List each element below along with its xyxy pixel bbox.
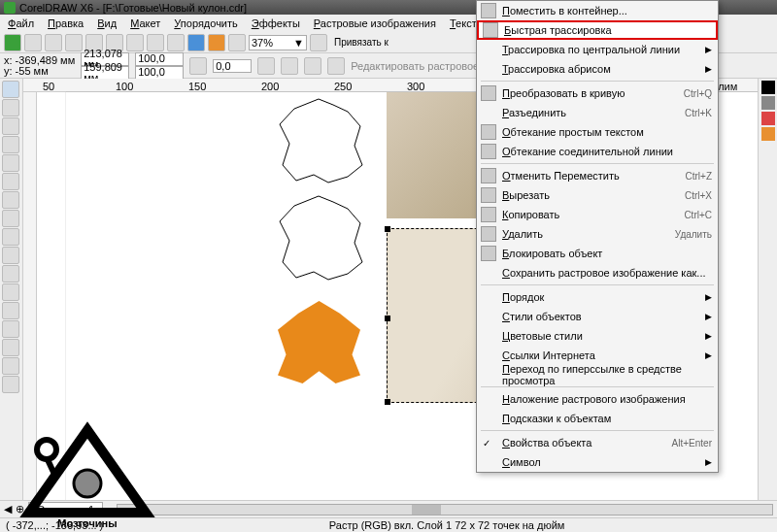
bitmap-icon[interactable] — [304, 57, 321, 75]
ctx-копировать[interactable]: КопироватьCtrl+C — [477, 205, 718, 224]
color-swatch[interactable] — [761, 96, 775, 110]
ctx-символ[interactable]: Символ▶ — [477, 452, 718, 472]
menu-Эффекты[interactable]: Эффекты — [246, 16, 306, 31]
menu-item-label: Цветовые стили — [502, 330, 583, 342]
rectangle-tool-icon[interactable] — [2, 191, 19, 209]
horizontal-scrollbar[interactable] — [117, 504, 773, 515]
ctx-вырезать[interactable]: ВырезатьCtrl+X — [477, 185, 718, 205]
print-icon[interactable] — [65, 34, 83, 51]
menu-item-label: Ссылки Интернета — [502, 349, 595, 361]
selection-handle[interactable] — [385, 226, 390, 232]
redo-icon[interactable] — [167, 34, 185, 51]
menu-item-label: Отменить Переместить — [502, 170, 620, 182]
dimension-tool-icon[interactable] — [2, 283, 19, 301]
ctx-переход-по-гиперссыл: Переход по гиперссылке в средстве просмо… — [477, 365, 718, 384]
shape-tool-icon[interactable] — [2, 99, 19, 116]
menu-Упорядочить[interactable]: Упорядочить — [168, 16, 243, 31]
connector-tool-icon[interactable] — [2, 302, 19, 319]
menu-Правка[interactable]: Правка — [42, 16, 89, 31]
ctx-цветовые-стили[interactable]: Цветовые стили▶ — [477, 326, 718, 346]
scrollbar-thumb[interactable] — [412, 505, 441, 515]
freehand-tool-icon[interactable] — [2, 154, 19, 172]
ctx-трассировка-абрисом[interactable]: Трассировка абрисом▶ — [477, 59, 718, 79]
save-icon[interactable] — [45, 34, 62, 51]
publish-icon[interactable] — [228, 34, 246, 51]
ctx-быстрая-трассировка[interactable]: Быстрая трассировка — [477, 20, 718, 40]
menu-item-label: Порядок — [502, 291, 544, 303]
menu-item-label: Сохранить растровое изображение как... — [502, 267, 706, 279]
menu-item-label: Символ — [502, 456, 541, 468]
menu-item-label: Удалить — [502, 228, 543, 240]
menu-item-label: Обтекание простым текстом — [502, 126, 644, 138]
eyedropper-tool-icon[interactable] — [2, 339, 19, 356]
snap-to-label[interactable]: Привязать к — [330, 37, 392, 48]
undo-icon[interactable] — [147, 34, 164, 51]
ctx-трассировка-по-центр[interactable]: Трассировка по центральной линии▶ — [477, 40, 718, 59]
lock-ratio-icon[interactable] — [189, 57, 207, 75]
color-swatch[interactable] — [761, 127, 775, 141]
traced-outline-1[interactable] — [275, 97, 367, 184]
full-screen-icon[interactable] — [310, 34, 327, 51]
effects-tool-icon[interactable] — [2, 320, 19, 338]
ctx-удалить[interactable]: УдалитьУдалить — [477, 224, 718, 244]
shortcut-label: Ctrl+C — [684, 210, 712, 220]
ctx-свойства-объекта[interactable]: ✓Свойства объектаAlt+Enter — [477, 433, 718, 452]
ctx-стили-объектов[interactable]: Стили объектов▶ — [477, 307, 718, 326]
mirror-h-icon[interactable] — [257, 57, 275, 75]
selection-handle[interactable] — [385, 316, 390, 321]
color-palette[interactable] — [758, 79, 777, 500]
ctx-ссылки-интернета[interactable]: Ссылки Интернета▶ — [477, 346, 718, 365]
zoom-tool-icon[interactable] — [2, 136, 19, 153]
menu-item-label: Вырезать — [502, 189, 550, 201]
table-tool-icon[interactable] — [2, 265, 19, 283]
open-icon[interactable] — [24, 34, 42, 51]
ctx-порядок[interactable]: Порядок▶ — [477, 287, 718, 307]
text-tool-icon[interactable] — [2, 247, 19, 264]
ctx-блокировать-объект[interactable]: Блокировать объект — [477, 244, 718, 263]
watermark-logo: Мозгочины — [0, 416, 175, 532]
menu-item-label: Преобразовать в кривую — [502, 87, 625, 99]
ctx-наложение-растрового[interactable]: Наложение растрового изображения — [477, 389, 718, 409]
menu-Файл[interactable]: Файл — [2, 16, 40, 31]
ruler-tick: 100 — [116, 81, 133, 92]
outline-tool-icon[interactable] — [2, 376, 19, 393]
ruler-tick: 200 — [261, 81, 279, 92]
rotation-input[interactable]: 0,0 — [213, 59, 252, 73]
size-readout: 213,078 мм 159,809 мм — [81, 52, 129, 80]
shortcut-label: Удалить — [675, 229, 712, 240]
edit-bitmap-button[interactable]: Редактировать растровое из — [351, 60, 492, 72]
color-swatch[interactable] — [761, 81, 775, 94]
trace-icon[interactable] — [327, 57, 345, 75]
selection-handle[interactable] — [385, 399, 390, 405]
ellipse-tool-icon[interactable] — [2, 210, 19, 227]
zoom-select[interactable]: 37%▼ — [249, 35, 307, 50]
menu-Растровые изображения[interactable]: Растровые изображения — [308, 16, 442, 31]
ctx-преобразовать-в-крив: Преобразовать в кривуюCtrl+Q — [477, 83, 718, 103]
check-icon: ✓ — [483, 438, 490, 449]
paste-icon[interactable] — [126, 34, 144, 51]
polygon-tool-icon[interactable] — [2, 228, 19, 246]
ctx-подсказки-к-объектам[interactable]: Подсказки к объектам — [477, 409, 718, 428]
menu-item-label: Свойства объекта — [502, 437, 591, 449]
ctx-обтекание-соединител[interactable]: Обтекание соединительной линии — [477, 142, 718, 161]
pick-tool-icon[interactable] — [2, 81, 19, 98]
ctx-отменить-переместить[interactable]: Отменить ПереместитьCtrl+Z — [477, 166, 718, 185]
color-swatch[interactable] — [761, 112, 775, 125]
menu-item-icon — [481, 226, 496, 242]
menu-item-icon — [481, 3, 496, 18]
ctx-сохранить-растровое-[interactable]: Сохранить растровое изображение как... — [477, 263, 718, 283]
menu-separator — [481, 284, 714, 285]
mirror-v-icon[interactable] — [281, 57, 298, 75]
menu-Макет[interactable]: Макет — [124, 16, 166, 31]
smart-fill-icon[interactable] — [2, 173, 19, 190]
new-icon[interactable] — [4, 34, 21, 51]
menu-item-label: Обтекание соединительной линии — [502, 146, 673, 157]
export-icon[interactable] — [208, 34, 225, 51]
menu-Вид[interactable]: Вид — [91, 16, 122, 31]
fill-tool-icon[interactable] — [2, 357, 19, 375]
import-icon[interactable] — [187, 34, 205, 51]
ctx-обтекание-простым-те[interactable]: Обтекание простым текстом — [477, 122, 718, 142]
traced-outline-2[interactable] — [275, 194, 367, 282]
ctx-поместить-в-контейне[interactable]: Поместить в контейнер... — [477, 1, 718, 20]
crop-tool-icon[interactable] — [2, 117, 19, 135]
